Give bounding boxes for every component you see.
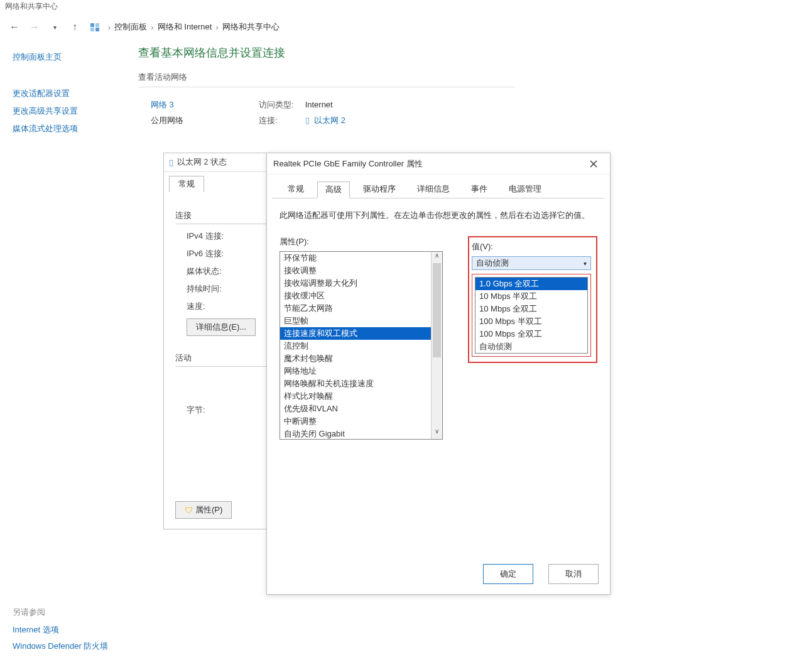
chevron-right-icon: › — [215, 23, 218, 32]
see-also-section: 另请参阅 Internet 选项 Windows Defender 防火墙 — [13, 607, 108, 657]
cancel-button[interactable]: 取消 — [548, 564, 599, 584]
property-item[interactable]: 自动关闭 Gigabit — [280, 428, 431, 439]
back-button[interactable]: ← — [8, 20, 21, 34]
see-also-title: 另请参阅 — [13, 607, 108, 618]
value-combobox[interactable]: 自动侦测 ▾ — [472, 256, 591, 270]
window-title: 网络和共享中心 — [0, 0, 804, 15]
svg-rect-0 — [90, 23, 94, 27]
property-item[interactable]: 优先级和VLAN — [280, 403, 431, 415]
connection-label: 连接: — [259, 113, 303, 129]
property-item[interactable]: 接收调整 — [280, 264, 431, 277]
see-also-defender-firewall[interactable]: Windows Defender 防火墙 — [13, 641, 108, 652]
property-label: 属性(P): — [280, 236, 443, 247]
chevron-right-icon: › — [108, 23, 111, 32]
forward-button[interactable]: → — [28, 20, 41, 34]
scroll-up-icon[interactable]: ∧ — [432, 252, 442, 263]
sidebar-home[interactable]: 控制面板主页 — [13, 51, 126, 63]
ethernet-icon: ▯ — [169, 158, 173, 167]
value-option[interactable]: 10 Mbps 半双工 — [475, 290, 587, 303]
svg-rect-3 — [95, 28, 99, 31]
property-item[interactable]: 中断调整 — [280, 415, 431, 428]
network-name[interactable]: 网络 3 — [151, 97, 183, 113]
sidebar-item-advanced-sharing[interactable]: 更改高级共享设置 — [13, 106, 126, 117]
value-option[interactable]: 10 Mbps 全双工 — [475, 303, 587, 315]
property-item[interactable]: 巨型帧 — [280, 315, 431, 327]
adapter-properties-dialog: Realtek PCIe GbE Family Controller 属性 常规… — [266, 153, 611, 595]
tab-4[interactable]: 事件 — [463, 181, 496, 198]
property-item[interactable]: 流控制 — [280, 340, 431, 352]
scrollbar-thumb[interactable] — [433, 263, 441, 357]
svg-rect-2 — [90, 28, 94, 31]
location-icon — [88, 20, 102, 34]
sidebar-item-adapter-settings[interactable]: 更改适配器设置 — [13, 88, 126, 99]
connection-link[interactable]: 以太网 2 — [314, 116, 345, 125]
see-also-internet-options[interactable]: Internet 选项 — [13, 624, 108, 636]
property-item[interactable]: 连接速度和双工模式 — [280, 327, 431, 340]
property-item[interactable]: 环保节能 — [280, 252, 431, 264]
value-current: 自动侦测 — [476, 257, 509, 269]
access-type-value: Internet — [305, 100, 333, 109]
sidebar: 控制面板主页 更改适配器设置 更改高级共享设置 媒体流式处理选项 — [13, 45, 138, 141]
value-label: 值(V): — [472, 241, 594, 252]
value-option[interactable]: 1.0 Gbps 全双工 — [475, 278, 587, 290]
dialog-title: Realtek PCIe GbE Family Controller 属性 — [273, 158, 423, 170]
network-type: 公用网络 — [151, 113, 183, 129]
breadcrumb: › 控制面板 › 网络和 Internet › 网络和共享中心 — [108, 21, 280, 33]
property-item[interactable]: 接收端调整最大化列 — [280, 277, 431, 290]
tab-strip: 常规高级驱动程序详细信息事件电源管理 — [272, 175, 605, 198]
property-item[interactable]: 网络唤醒和关机连接速度 — [280, 377, 431, 390]
shield-icon: 🛡 — [185, 506, 193, 515]
breadcrumb-item[interactable]: 网络和共享中心 — [222, 21, 280, 33]
value-highlight-box: 值(V): 自动侦测 ▾ 1.0 Gbps 全双工10 Mbps 半双工10 M… — [468, 236, 597, 363]
value-dropdown[interactable]: 1.0 Gbps 全双工10 Mbps 半双工10 Mbps 全双工100 Mb… — [475, 277, 588, 354]
navigation-bar: ← → ▾ ↑ › 控制面板 › 网络和 Internet › 网络和共享中心 — [0, 15, 804, 39]
property-item[interactable]: 魔术封包唤醒 — [280, 352, 431, 365]
svg-rect-1 — [95, 23, 99, 27]
tab-1[interactable]: 高级 — [317, 182, 350, 198]
properties-button[interactable]: 🛡 属性(P) — [175, 501, 232, 519]
main-pane: 查看基本网络信息并设置连接 查看活动网络 网络 3 公用网络 访问类型: Int… — [138, 45, 791, 141]
tab-0[interactable]: 常规 — [280, 181, 312, 198]
value-option[interactable]: 100 Mbps 全双工 — [475, 328, 587, 340]
scroll-down-icon[interactable]: ∨ — [432, 428, 442, 439]
tab-2[interactable]: 驱动程序 — [355, 181, 404, 198]
scrollbar[interactable]: ∧ ∨ — [431, 252, 442, 439]
chevron-right-icon: › — [151, 23, 153, 32]
breadcrumb-item[interactable]: 网络和 Internet — [158, 21, 212, 33]
property-listbox[interactable]: 环保节能接收调整接收端调整最大化列接收缓冲区节能乙太网路巨型帧连接速度和双工模式… — [280, 251, 443, 440]
property-item[interactable]: 样式比对唤醒 — [280, 390, 431, 403]
selected-value-highlight: 1.0 Gbps 全双工10 Mbps 半双工10 Mbps 全双工100 Mb… — [472, 274, 591, 357]
sidebar-item-media-streaming[interactable]: 媒体流式处理选项 — [13, 123, 126, 134]
chevron-down-icon: ▾ — [584, 260, 587, 267]
close-button[interactable] — [584, 156, 604, 171]
breadcrumb-item[interactable]: 控制面板 — [114, 21, 147, 33]
details-button[interactable]: 详细信息(E)... — [187, 318, 256, 336]
property-item[interactable]: 接收缓冲区 — [280, 290, 431, 302]
property-item[interactable]: 网络地址 — [280, 365, 431, 377]
active-networks-label: 查看活动网络 — [138, 72, 515, 87]
value-option[interactable]: 100 Mbps 半双工 — [475, 315, 587, 328]
up-button[interactable]: ↑ — [68, 20, 82, 34]
value-option[interactable]: 自动侦测 — [475, 340, 587, 353]
property-item[interactable]: 节能乙太网路 — [280, 302, 431, 315]
ethernet-icon: ▯ — [305, 116, 310, 125]
access-type-label: 访问类型: — [259, 97, 303, 113]
instruction-text: 此网络适配器可使用下列属性。在左边单击你想更改的属性，然后在右边选择它的值。 — [280, 209, 597, 222]
tab-general[interactable]: 常规 — [169, 176, 204, 192]
ok-button[interactable]: 确定 — [483, 564, 533, 584]
tab-5[interactable]: 电源管理 — [501, 181, 550, 198]
page-title: 查看基本网络信息并设置连接 — [138, 45, 791, 60]
recent-locations-button[interactable]: ▾ — [48, 20, 62, 34]
tab-3[interactable]: 详细信息 — [409, 181, 458, 198]
